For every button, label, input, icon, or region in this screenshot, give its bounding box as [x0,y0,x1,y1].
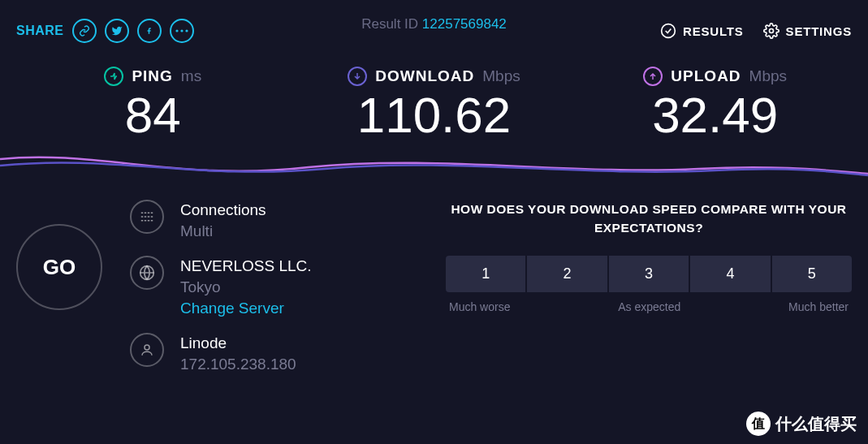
ping-label: PING [132,67,172,85]
watermark-text: 什么值得买 [775,413,857,435]
svg-point-3 [662,24,676,38]
rating-5[interactable]: 5 [772,256,852,292]
result-id: Result ID 12257569842 [361,16,507,32]
connections-row: Connections Multi [130,200,312,241]
go-label: GO [43,255,76,280]
rating-2[interactable]: 2 [527,256,607,292]
results-button[interactable]: RESULTS [660,23,744,39]
upload-unit: Mbps [749,67,787,85]
download-label: DOWNLOAD [375,67,474,85]
gear-icon [763,23,779,39]
svg-point-6 [145,345,149,350]
ping-value: 84 [71,88,234,143]
share-label: SHARE [16,24,64,38]
download-value: 110.62 [348,88,520,143]
svg-point-1 [180,29,183,32]
ping-icon [104,67,123,86]
rating-label-mid: As expected [510,300,788,313]
upload-value: 32.49 [634,88,797,143]
rating-1[interactable]: 1 [446,256,525,292]
server-title: NEVERLOSS LLC. [180,256,312,277]
settings-label: SETTINGS [786,24,852,38]
settings-button[interactable]: SETTINGS [763,23,852,39]
result-id-value: 12257569842 [422,16,507,32]
share-more-icon[interactable] [170,19,194,43]
rating-3[interactable]: 3 [609,256,689,292]
share-link-icon[interactable] [72,19,97,43]
user-icon [130,333,164,367]
ping-metric: PING ms 84 [71,67,234,143]
server-row: NEVERLOSS LLC. Tokyo Change Server [130,256,312,318]
watermark: 值 什么值得买 [746,412,857,436]
results-label: RESULTS [683,24,744,38]
server-location: Tokyo [180,277,312,298]
watermark-badge: 值 [746,412,771,436]
survey-question: HOW DOES YOUR DOWNLOAD SPEED COMPARE WIT… [446,200,852,238]
svg-point-4 [769,29,773,33]
download-unit: Mbps [482,67,520,85]
connections-title: Connections [180,200,266,221]
connections-icon [130,200,164,234]
change-server-link[interactable]: Change Server [180,298,312,319]
connections-sub: Multi [180,221,266,242]
download-metric: DOWNLOAD Mbps 110.62 [348,67,520,143]
rating-label-low: Much worse [449,300,510,313]
upload-metric: UPLOAD Mbps 32.49 [634,67,797,143]
speed-wave-graphic [0,149,868,182]
isp-title: Linode [180,333,296,354]
go-button[interactable]: GO [16,224,102,310]
ping-unit: ms [181,67,201,85]
rating-label-high: Much better [788,300,849,313]
upload-icon [643,67,663,86]
share-facebook-icon[interactable] [137,19,162,43]
svg-point-0 [175,29,178,32]
upload-label: UPLOAD [671,67,741,85]
rating-4[interactable]: 4 [690,256,770,292]
svg-point-2 [185,29,188,32]
result-id-label: Result ID [361,16,418,32]
isp-ip: 172.105.238.180 [180,354,296,375]
globe-icon [130,256,164,290]
download-icon [348,67,367,86]
checkmark-circle-icon [660,23,676,39]
rating-row: 1 2 3 4 5 [446,256,852,292]
share-twitter-icon[interactable] [105,19,129,43]
isp-row: Linode 172.105.238.180 [130,333,312,374]
